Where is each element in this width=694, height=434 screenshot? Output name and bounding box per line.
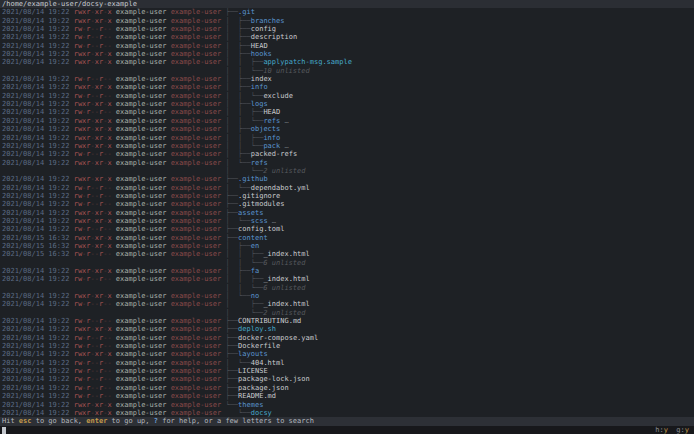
tree-branch-lines: │ │ └──	[225, 67, 263, 75]
status-segment: Hit	[2, 417, 19, 425]
tree-row-_index.html[interactable]: 2021/08/14 19:22 rw-r--r-- example-user …	[0, 275, 694, 283]
tree-row-config[interactable]: 2021/08/14 19:22 rw-r--r-- example-user …	[0, 25, 694, 33]
entry-name: .gitmodules	[238, 200, 284, 208]
unlisted-count: 2 unlisted	[263, 167, 305, 175]
entry-name: LICENSE	[238, 367, 268, 375]
tree-row-contributing.md[interactable]: 2021/08/14 19:22 rw-r--r-- example-user …	[0, 317, 694, 325]
tree-row-objects[interactable]: 2021/08/14 19:22 rwxr-xr-x example-user …	[0, 125, 694, 133]
tree-row-2-unlisted[interactable]: │ └──2 unlisted	[0, 309, 694, 317]
tree-branch-lines: │ │ ├──	[225, 250, 263, 258]
entry-name: docker-compose.yaml	[238, 334, 318, 342]
entry-name: README.md	[238, 392, 276, 400]
input-flags: h:y g:y	[655, 426, 689, 434]
tree-branch-lines: ├──	[225, 334, 238, 342]
entry-name: no	[251, 292, 259, 300]
search-input[interactable]: h:y g:y	[0, 426, 694, 434]
tree-row-branches[interactable]: 2021/08/14 19:22 rwxr-xr-x example-user …	[0, 17, 694, 25]
tree-branch-lines: ├──	[225, 392, 238, 400]
tree-row-6-unlisted[interactable]: │ │ └──6 unlisted	[0, 284, 694, 292]
tree-branch-lines: │ ├──	[225, 75, 250, 83]
entry-name: config	[251, 25, 276, 33]
tree-row-exclude[interactable]: 2021/08/14 19:22 rw-r--r-- example-user …	[0, 92, 694, 100]
tree-row-dockerfile[interactable]: 2021/08/14 19:22 rw-r--r-- example-user …	[0, 342, 694, 350]
entry-name: exclude	[263, 92, 293, 100]
entry-name: package-lock.json	[238, 375, 310, 383]
tree-row-packed-refs[interactable]: 2021/08/14 19:22 rw-r--r-- example-user …	[0, 150, 694, 158]
entry-name: index	[251, 75, 272, 83]
tree-row-docker-compose.yaml[interactable]: 2021/08/14 19:22 rw-r--r-- example-user …	[0, 334, 694, 342]
tree-row-applypatch-msg.sample[interactable]: 2021/08/14 19:22 rwxr-xr-x example-user …	[0, 58, 694, 66]
tree-row-en[interactable]: 2021/08/15 16:32 rwxr-xr-x example-user …	[0, 242, 694, 250]
tree-row-readme.md[interactable]: 2021/08/14 19:22 rw-r--r-- example-user …	[0, 392, 694, 400]
tree-branch-lines: │ │ ├──	[225, 108, 263, 116]
entry-name: packed-refs	[251, 150, 297, 158]
tree-row-fa[interactable]: 2021/08/14 19:22 rwxr-xr-x example-user …	[0, 267, 694, 275]
tree-row-package.json[interactable]: 2021/08/14 19:22 rw-r--r-- example-user …	[0, 384, 694, 392]
tree-area: 2021/08/14 19:22 rwxr-xr-x example-user …	[0, 8, 694, 417]
tree-row-.git[interactable]: 2021/08/14 19:22 rwxr-xr-x example-user …	[0, 8, 694, 16]
tree-row-info[interactable]: 2021/08/14 19:22 rwxr-xr-x example-user …	[0, 83, 694, 91]
tree-row-scss[interactable]: 2021/08/14 19:22 rwxr-xr-x example-user …	[0, 217, 694, 225]
entry-name: logs	[251, 100, 268, 108]
tree-branch-lines: │ ├──	[225, 125, 250, 133]
tree-row-assets[interactable]: 2021/08/14 19:22 rwxr-xr-x example-user …	[0, 209, 694, 217]
tree-row-layouts[interactable]: 2021/08/14 19:22 rwxr-xr-x example-user …	[0, 350, 694, 358]
tree-row-logs[interactable]: 2021/08/14 19:22 rwxr-xr-x example-user …	[0, 100, 694, 108]
tree-row-404.html[interactable]: 2021/08/14 19:22 rw-r--r-- example-user …	[0, 359, 694, 367]
tree-row-hooks[interactable]: 2021/08/14 19:22 rwxr-xr-x example-user …	[0, 50, 694, 58]
tree-branch-lines: └──	[225, 409, 250, 417]
tree-branch-lines: │ │ └──	[225, 259, 263, 267]
tree-row-dependabot.yml[interactable]: 2021/08/14 19:22 rw-r--r-- example-user …	[0, 184, 694, 192]
tree-row-.github[interactable]: 2021/08/14 19:22 rwxr-xr-x example-user …	[0, 175, 694, 183]
tree-branch-lines: ├──	[225, 350, 238, 358]
tree-row-description[interactable]: 2021/08/14 19:22 rw-r--r-- example-user …	[0, 33, 694, 41]
entry-name: objects	[251, 125, 281, 133]
entry-name: .git	[238, 8, 255, 16]
tree-branch-lines: │ │ └──	[225, 142, 263, 150]
entry-name: content	[238, 234, 268, 242]
tree-row-license[interactable]: 2021/08/14 19:22 rw-r--r-- example-user …	[0, 367, 694, 375]
entry-name: branches	[251, 17, 285, 25]
entry-name: description	[251, 33, 297, 41]
tree-row-config.toml[interactable]: 2021/08/14 19:22 rw-r--r-- example-user …	[0, 225, 694, 233]
tree-row-_index.html[interactable]: 2021/08/14 19:22 rw-r--r-- example-user …	[0, 300, 694, 308]
status-text: Hit esc to go back, enter to go up, ? fo…	[2, 417, 314, 425]
tree-row-pack[interactable]: 2021/08/14 19:22 rwxr-xr-x example-user …	[0, 142, 694, 150]
tree-row-head[interactable]: 2021/08/14 19:22 rw-r--r-- example-user …	[0, 108, 694, 116]
tree-row-info[interactable]: 2021/08/14 19:22 rwxr-xr-x example-user …	[0, 134, 694, 142]
tree-row-_index.html[interactable]: 2021/08/15 16:32 rw-r--r-- example-user …	[0, 250, 694, 258]
tree-row-refs[interactable]: 2021/08/14 19:22 rwxr-xr-x example-user …	[0, 159, 694, 167]
tree-row-6-unlisted[interactable]: │ │ └──6 unlisted	[0, 259, 694, 267]
entry-name: _index.html	[263, 275, 309, 283]
tree-row-no[interactable]: 2021/08/14 19:22 rwxr-xr-x example-user …	[0, 292, 694, 300]
tree-row-docsy[interactable]: 2021/08/14 19:22 rwxr-xr-x example-user …	[0, 409, 694, 417]
tree-row-package-lock.json[interactable]: 2021/08/14 19:22 rw-r--r-- example-user …	[0, 375, 694, 383]
tree-branch-lines: │ │ └──	[225, 117, 263, 125]
tree-branch-lines: │ ├──	[225, 50, 250, 58]
tree-branch-lines: ├──	[225, 384, 238, 392]
entry-name: Dockerfile	[238, 342, 280, 350]
tree-row-2-unlisted[interactable]: │ └──2 unlisted	[0, 167, 694, 175]
status-bar: Hit esc to go back, enter to go up, ? fo…	[0, 417, 694, 425]
tree-branch-lines: │ ├──	[225, 33, 250, 41]
entry-name: en	[251, 242, 259, 250]
text-cursor	[2, 427, 6, 434]
tree-row-refs[interactable]: 2021/08/14 19:22 rwxr-xr-x example-user …	[0, 117, 694, 125]
tree-row-index[interactable]: 2021/08/14 19:22 rw-r--r-- example-user …	[0, 75, 694, 83]
tree-branch-lines: │ └──	[225, 359, 250, 367]
current-path: /home/example-user/docsy-example	[2, 0, 137, 8]
unlisted-count: 2 unlisted	[263, 309, 305, 317]
unlisted-count: 10 unlisted	[263, 67, 309, 75]
tree-row-deploy.sh[interactable]: 2021/08/14 19:22 rwxr-xr-x example-user …	[0, 325, 694, 333]
entry-name: refs	[251, 159, 268, 167]
tree-row-.gitmodules[interactable]: 2021/08/14 19:22 rw-r--r-- example-user …	[0, 200, 694, 208]
entry-name: info	[251, 83, 268, 91]
entry-name: hooks	[251, 50, 272, 58]
tree-row-content[interactable]: 2021/08/15 16:32 rwxr-xr-x example-user …	[0, 234, 694, 242]
tree-row-.gitignore[interactable]: 2021/08/14 19:22 rw-r--r-- example-user …	[0, 192, 694, 200]
tree-row-10-unlisted[interactable]: │ │ └──10 unlisted	[0, 67, 694, 75]
tree-branch-lines: │ ├──	[225, 100, 250, 108]
tree-row-themes[interactable]: 2021/08/14 19:22 rwxr-xr-x example-user …	[0, 401, 694, 409]
tree-row-head[interactable]: 2021/08/14 19:22 rw-r--r-- example-user …	[0, 42, 694, 50]
tree-branch-lines: ├──	[225, 375, 238, 383]
